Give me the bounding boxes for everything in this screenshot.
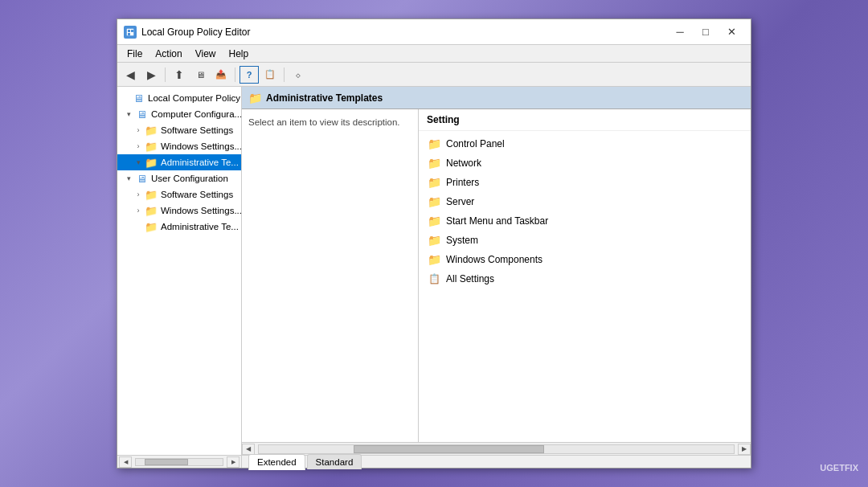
tab-standard[interactable]: Standard (307, 454, 362, 469)
panel-header-folder-icon: 📁 (248, 92, 261, 104)
folder-icon-windows-components: 📁 (427, 252, 441, 267)
help-button[interactable]: ? (240, 66, 259, 84)
toolbar-separator-3 (284, 68, 285, 82)
tree-label-software-1: Software Settings (161, 125, 233, 135)
folder-icon-admin-2: 📁 (145, 220, 158, 233)
toolbar: ◀ ▶ ⬆ 🖥 📤 ? 📋 ⬦ (117, 63, 751, 87)
properties-button[interactable]: 📋 (260, 66, 280, 84)
tabs-area: Extended Standard (242, 456, 751, 468)
tree-scroll-left[interactable]: ◀ (119, 456, 132, 468)
tab-extended[interactable]: Extended (248, 454, 305, 470)
close-button[interactable]: ✕ (719, 21, 744, 43)
main-panel: 📁 Administrative Templates Select an ite… (242, 87, 751, 455)
settings-label-network: Network (446, 158, 481, 169)
settings-item-all-settings[interactable]: 📋 All Settings (419, 269, 751, 289)
tree-label-local-computer: Local Computer Policy (148, 93, 240, 103)
folder-icon-software-2: 📁 (145, 188, 158, 201)
computer-icon-local: 🖥 (132, 92, 145, 104)
expander-computer-config: ▾ (124, 109, 133, 119)
settings-item-server[interactable]: 📁 Server (419, 192, 751, 211)
settings-item-control-panel[interactable]: 📁 Control Panel (419, 134, 751, 153)
folder-icon-printers: 📁 (427, 175, 441, 190)
filter-button[interactable]: ⬦ (289, 66, 308, 84)
tree-label-software-2: Software Settings (161, 190, 233, 199)
tree-item-local-computer-policy[interactable]: 🖥 Local Computer Policy (117, 90, 241, 106)
folder-icon-windows-1: 📁 (145, 140, 158, 153)
tree-item-windows-settings-2[interactable]: › 📁 Windows Settings... (117, 203, 241, 219)
window-controls: ─ □ ✕ (667, 21, 744, 43)
settings-column-header: Setting (419, 109, 751, 131)
settings-pane: Setting 📁 Control Panel 📁 Network 📁 P (419, 109, 751, 442)
tree-label-windows-2: Windows Settings... (161, 206, 242, 215)
svg-rect-2 (131, 30, 133, 32)
scroll-left-arrow[interactable]: ◀ (242, 444, 255, 455)
menu-help[interactable]: Help (223, 47, 256, 61)
tree-scrollbar-track[interactable] (135, 458, 223, 466)
settings-item-windows-components[interactable]: 📁 Windows Components (419, 250, 751, 269)
tree-label-admin-2: Administrative Te... (161, 222, 239, 231)
tree-item-admin-templates-2[interactable]: 📁 Administrative Te... (117, 219, 241, 235)
tree-label-windows-1: Windows Settings... (161, 141, 242, 151)
tree-item-software-settings-2[interactable]: › 📁 Software Settings (117, 186, 241, 203)
forward-button[interactable]: ▶ (141, 66, 161, 84)
tree-item-admin-templates-1[interactable]: ▾ 📁 Administrative Te... (117, 154, 241, 170)
main-horizontal-scrollbar[interactable]: ◀ ▶ (242, 442, 751, 455)
tree-scrollbar-thumb[interactable] (145, 459, 188, 465)
tree-label-admin-1: Administrative Te... (161, 158, 239, 167)
settings-label-all-settings: All Settings (446, 273, 494, 284)
folder-icon-control-panel: 📁 (427, 137, 441, 151)
scroll-right-arrow[interactable]: ▶ (738, 444, 751, 455)
menu-action[interactable]: Action (149, 47, 188, 61)
tree-item-windows-settings-1[interactable]: › 📁 Windows Settings... (117, 138, 241, 154)
settings-list: 📁 Control Panel 📁 Network 📁 Printers (419, 131, 751, 442)
back-button[interactable]: ◀ (121, 66, 140, 84)
content-area: 🖥 Local Computer Policy ▾ 🖥 Computer Con… (117, 87, 751, 455)
maximize-button[interactable]: □ (693, 21, 719, 43)
panel-header: 📁 Administrative Templates (242, 87, 751, 109)
list-icon-all-settings: 📋 (427, 272, 441, 286)
show-hide-button[interactable]: 🖥 (190, 66, 210, 84)
settings-item-start-menu[interactable]: 📁 Start Menu and Taskbar (419, 211, 751, 231)
settings-item-network[interactable]: 📁 Network (419, 153, 751, 173)
tree-item-user-config[interactable]: ▾ 🖥 User Configuration (117, 170, 241, 186)
expander-local-computer (121, 93, 130, 103)
window-title: Local Group Policy Editor (141, 27, 667, 38)
expander-admin-1: ▾ (133, 158, 143, 167)
scrollbar-track[interactable] (258, 444, 735, 454)
svg-rect-1 (128, 30, 130, 32)
settings-label-control-panel: Control Panel (446, 138, 505, 149)
toolbar-separator-2 (235, 68, 235, 82)
settings-label-system: System (446, 235, 478, 246)
menu-view[interactable]: View (189, 47, 223, 61)
expander-software-2: › (133, 190, 143, 199)
settings-item-system[interactable]: 📁 System (419, 231, 751, 250)
expander-software-1: › (133, 125, 143, 135)
menu-bar: File Action View Help (117, 45, 751, 63)
app-icon (124, 26, 137, 39)
settings-label-windows-components: Windows Components (446, 254, 542, 265)
up-button[interactable]: ⬆ (170, 66, 189, 84)
scrollbar-thumb[interactable] (354, 445, 543, 453)
settings-item-printers[interactable]: 📁 Printers (419, 173, 751, 192)
export-button[interactable]: 📤 (211, 66, 231, 84)
tree-scrollbar-bottom: ◀ ▶ (117, 456, 242, 468)
description-pane: Select an item to view its description. (242, 109, 419, 442)
tree-scroll-right[interactable]: ▶ (227, 456, 240, 468)
settings-label-server: Server (446, 196, 474, 207)
tree-label-computer-config: Computer Configura... (151, 109, 242, 119)
panel-content: Select an item to view its description. … (242, 109, 751, 442)
tree-panel: 🖥 Local Computer Policy ▾ 🖥 Computer Con… (117, 87, 242, 455)
expander-admin-2 (133, 222, 143, 231)
main-window: Local Group Policy Editor ─ □ ✕ File Act… (117, 18, 751, 469)
folder-icon-software-1: 📁 (145, 124, 158, 137)
settings-label-printers: Printers (446, 177, 479, 188)
title-bar: Local Group Policy Editor ─ □ ✕ (117, 19, 751, 45)
minimize-button[interactable]: ─ (667, 21, 693, 43)
expander-windows-2: › (133, 206, 143, 215)
folder-icon-start-menu: 📁 (427, 214, 441, 228)
folder-icon-system: 📁 (427, 233, 441, 248)
tree-item-software-settings-1[interactable]: › 📁 Software Settings (117, 122, 241, 138)
menu-file[interactable]: File (121, 47, 149, 61)
folder-icon-admin-1: 📁 (145, 156, 158, 169)
tree-item-computer-config[interactable]: ▾ 🖥 Computer Configura... (117, 106, 241, 122)
